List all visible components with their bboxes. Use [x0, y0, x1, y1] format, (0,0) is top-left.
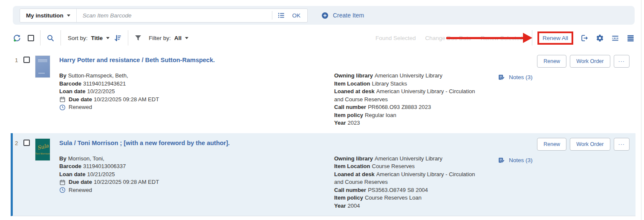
- field-value: 10/22/2025: [87, 88, 115, 94]
- clock-icon: [59, 187, 66, 193]
- renew-button[interactable]: Renew: [537, 138, 566, 151]
- sort-by-label: Sort by:: [68, 35, 88, 41]
- create-item-link[interactable]: Create Item: [321, 12, 364, 19]
- divider: [128, 30, 128, 46]
- notes-link[interactable]: Notes (3): [498, 74, 533, 81]
- field-value: 31194012943621: [83, 80, 126, 87]
- work-order-button[interactable]: Work Order: [570, 55, 610, 68]
- field-label: Call number: [334, 187, 366, 193]
- refresh-icon[interactable]: [13, 34, 21, 42]
- book-cover-thumbnail[interactable]: [35, 56, 50, 77]
- plus-circle-icon: [321, 12, 329, 19]
- row-index: 2: [15, 138, 23, 210]
- renew-selected-action-disabled: Renew Selected: [481, 35, 523, 41]
- renewed-status: Renewed: [69, 103, 92, 111]
- scan-item-barcode-input[interactable]: [77, 9, 272, 22]
- create-item-label: Create Item: [333, 12, 364, 19]
- field-label: Item Location: [334, 163, 370, 169]
- annotation-highlight-box: Renew All: [537, 31, 573, 45]
- field-value: 10/22/2025 09:28 AM EDT: [94, 96, 159, 103]
- field-label: By: [59, 72, 66, 79]
- item-checkbox[interactable]: [23, 57, 30, 63]
- ok-button[interactable]: OK: [292, 12, 300, 19]
- item-title-link[interactable]: Sula / Toni Morrison ; [with a new forew…: [59, 138, 230, 146]
- field-label: Loan date: [59, 171, 85, 177]
- calendar-icon: [59, 179, 66, 186]
- field-label: Item Location: [334, 80, 370, 87]
- field-value: American University Library: [375, 155, 442, 162]
- field-value: 10/21/2025: [87, 171, 115, 177]
- work-order-button[interactable]: Work Order: [570, 138, 610, 151]
- search-composite: My institution OK: [20, 9, 308, 23]
- field-label: Due date: [69, 179, 92, 185]
- field-label: Loaned at desk: [334, 88, 375, 94]
- gear-icon[interactable]: [596, 34, 604, 42]
- field-label: Item policy: [334, 112, 363, 118]
- select-all-checkbox[interactable]: [28, 35, 34, 41]
- sort-order-icon[interactable]: [114, 34, 122, 42]
- field-value: PS3563.O8749 S8 2004: [368, 187, 428, 193]
- field-value: American University Library: [375, 72, 442, 79]
- found-selected-action-disabled: Found Selected: [375, 35, 416, 41]
- barcode-list-icon[interactable]: [277, 11, 285, 19]
- cover-author: Toni Morrison: [35, 152, 50, 155]
- field-label: Item policy: [334, 194, 363, 201]
- divider: [272, 11, 272, 20]
- search-icon[interactable]: [46, 34, 55, 42]
- field-label: Barcode: [59, 80, 81, 87]
- sort-by-value[interactable]: Title: [91, 35, 103, 41]
- export-icon[interactable]: [580, 34, 589, 42]
- field-label: Year: [334, 203, 346, 209]
- field-value: 10/22/2025 09:28 AM EDT: [94, 179, 159, 185]
- book-cover-thumbnail[interactable]: Sula Toni Morrison: [35, 139, 50, 160]
- filter-by-value[interactable]: All: [174, 35, 182, 41]
- renew-button[interactable]: Renew: [537, 55, 566, 68]
- caret-down-icon[interactable]: [106, 37, 110, 39]
- cover-title: Sula: [36, 143, 49, 151]
- field-value: Regular loan: [365, 112, 396, 118]
- search-scope-dropdown[interactable]: My institution: [20, 9, 77, 22]
- field-value: Morrison, Toni,: [68, 155, 104, 162]
- caret-down-icon: [67, 14, 70, 17]
- notes-label: Notes (3): [509, 74, 533, 80]
- divider: [61, 30, 61, 46]
- field-label: By: [59, 155, 66, 162]
- caret-down-icon[interactable]: [185, 37, 188, 39]
- field-label: Due date: [69, 96, 92, 103]
- field-value: Course Reserves: [372, 163, 415, 169]
- field-value: 2023: [347, 120, 360, 126]
- row-index: 1: [15, 55, 23, 127]
- item-checkbox[interactable]: [23, 140, 30, 146]
- field-label: Owning library: [334, 155, 373, 162]
- field-value: Library Stacks: [372, 80, 407, 87]
- items-list: 1 Harry Potter and resistance / Beth Sut…: [11, 50, 635, 216]
- field-value: Course Reserves Loan: [365, 194, 422, 201]
- notes-link[interactable]: Notes (3): [498, 157, 533, 164]
- change-due-date-action-disabled: Change Due Date: [425, 35, 471, 41]
- expanded-view-icon[interactable]: [627, 34, 635, 42]
- item-title-link[interactable]: Harry Potter and resistance / Beth Sutto…: [59, 55, 215, 63]
- field-value: PR6068.O93 Z8883 2023: [368, 104, 431, 110]
- item-row: 2 Sula Toni Morrison Sula / Toni Morriso…: [11, 133, 635, 217]
- search-scope-label: My institution: [26, 12, 64, 19]
- summary-view-icon[interactable]: [611, 34, 619, 42]
- persistent-search-bar: My institution OK Create Item: [13, 6, 635, 25]
- clock-icon: [59, 104, 66, 111]
- field-value: 31194013006337: [83, 163, 126, 169]
- field-label: Year: [334, 120, 346, 126]
- field-value: 2004: [347, 203, 360, 209]
- notes-icon: [498, 74, 505, 81]
- filter-icon[interactable]: [134, 34, 142, 42]
- more-actions-button[interactable]: ···: [614, 138, 630, 151]
- list-toolbar: Sort by: Title Filter by: All Found Sele…: [13, 29, 635, 47]
- more-actions-button[interactable]: ···: [614, 55, 630, 68]
- renew-all-button[interactable]: Renew All: [543, 35, 568, 41]
- filter-by-label: Filter by:: [149, 35, 171, 41]
- field-label: Owning library: [334, 72, 373, 79]
- renewed-status: Renewed: [69, 186, 92, 194]
- field-label: Call number: [334, 104, 366, 110]
- notes-icon: [498, 157, 505, 164]
- notes-label: Notes (3): [509, 157, 533, 163]
- divider: [40, 30, 40, 46]
- scrollbar-track[interactable]: [641, 0, 641, 220]
